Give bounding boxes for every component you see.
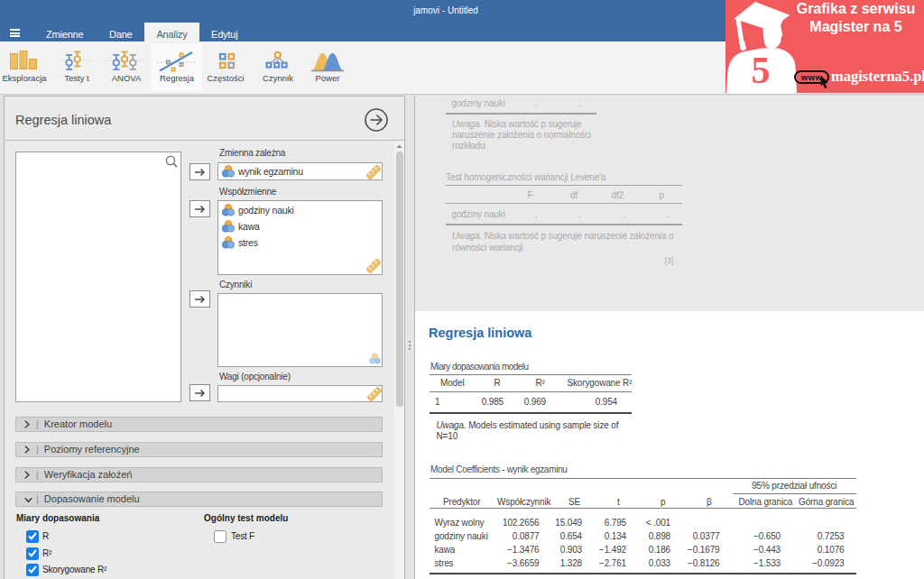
svg-text:5: 5 (752, 50, 771, 91)
